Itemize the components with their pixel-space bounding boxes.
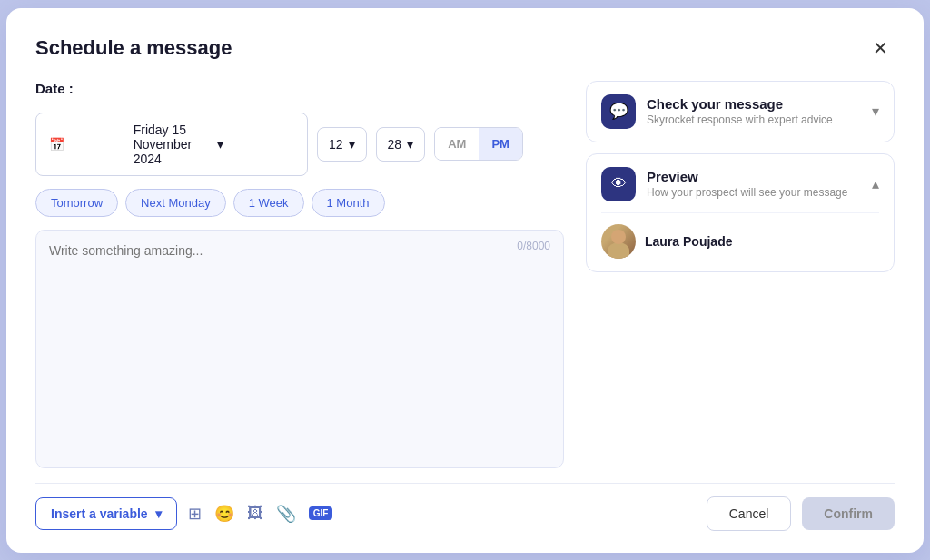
chevron-down-icon: ▾ — [217, 137, 294, 152]
preview-title: Preview — [647, 169, 847, 184]
am-button[interactable]: AM — [435, 128, 479, 160]
hour-chevron-icon: ▾ — [349, 137, 355, 152]
check-message-subtitle: Skyrocket response with expert advice — [647, 113, 833, 126]
message-input[interactable] — [49, 243, 550, 455]
message-area-wrapper: 0/8000 — [35, 230, 564, 468]
image-icon[interactable]: 🖼 — [247, 504, 263, 523]
preview-user-row: Laura Poujade — [601, 212, 879, 259]
check-message-title: Check your message — [647, 96, 833, 112]
attachment-icon[interactable]: 📎 — [276, 504, 296, 524]
modal-overlay: Schedule a message ✕ Date : 📅 Friday 15 … — [0, 0, 930, 560]
footer-left: Insert a variable ▾ ⊞ 😊 🖼 📎 GIF — [35, 497, 332, 530]
modal-title: Schedule a message — [35, 36, 232, 60]
preview-icon: 👁 — [601, 167, 636, 201]
preview-text: Preview How your prospect will see your … — [647, 169, 847, 199]
right-panel: 💬 Check your message Skyrocket response … — [586, 81, 895, 468]
quick-date-tomorrow[interactable]: Tomorrow — [35, 189, 118, 217]
quick-date-next-monday[interactable]: Next Monday — [125, 189, 226, 217]
eye-glyph: 👁 — [611, 175, 627, 193]
minute-chevron-icon: ▾ — [407, 137, 413, 152]
schedule-modal: Schedule a message ✕ Date : 📅 Friday 15 … — [6, 8, 924, 553]
message-check-glyph: 💬 — [609, 102, 628, 121]
check-message-card[interactable]: 💬 Check your message Skyrocket response … — [586, 81, 895, 142]
preview-subtitle: How your prospect will see your message — [647, 186, 847, 199]
modal-footer: Insert a variable ▾ ⊞ 😊 🖼 📎 GIF Cancel C… — [35, 483, 895, 531]
insert-variable-label: Insert a variable — [51, 506, 148, 521]
left-panel: Date : 📅 Friday 15 November 2024 ▾ 12 ▾ … — [35, 81, 564, 468]
pm-button[interactable]: PM — [479, 128, 522, 160]
emoji-icon[interactable]: 😊 — [214, 504, 234, 524]
preview-user-name: Laura Poujade — [645, 234, 732, 249]
preview-card[interactable]: 👁 Preview How your prospect will see you… — [586, 153, 895, 272]
quick-date-1-week[interactable]: 1 Week — [233, 189, 304, 217]
date-row: 📅 Friday 15 November 2024 ▾ 12 ▾ 28 ▾ AM — [35, 113, 564, 176]
check-message-header: 💬 Check your message Skyrocket response … — [601, 94, 879, 129]
check-message-chevron-icon: ▾ — [872, 103, 879, 120]
insert-variable-chevron-icon: ▾ — [155, 506, 162, 521]
close-icon: ✕ — [873, 37, 888, 59]
preview-left: 👁 Preview How your prospect will see you… — [601, 167, 847, 201]
char-count: 0/8000 — [517, 240, 550, 252]
date-picker[interactable]: 📅 Friday 15 November 2024 ▾ — [35, 113, 308, 176]
hour-select[interactable]: 12 ▾ — [317, 127, 367, 162]
date-label: Date : — [35, 81, 564, 96]
check-message-icon: 💬 — [601, 94, 636, 129]
toolbar-icons: ⊞ 😊 🖼 📎 GIF — [188, 504, 333, 524]
insert-variable-button[interactable]: Insert a variable ▾ — [35, 497, 177, 530]
minute-select[interactable]: 28 ▾ — [376, 127, 426, 162]
modal-header: Schedule a message ✕ — [35, 34, 895, 63]
cancel-button[interactable]: Cancel — [707, 496, 792, 531]
quick-date-1-month[interactable]: 1 Month — [312, 189, 385, 217]
avatar — [601, 224, 636, 259]
template-icon[interactable]: ⊞ — [188, 504, 202, 524]
hour-value: 12 — [329, 137, 343, 152]
confirm-button[interactable]: Confirm — [802, 497, 895, 530]
am-pm-toggle: AM PM — [434, 127, 523, 161]
modal-body: Date : 📅 Friday 15 November 2024 ▾ 12 ▾ … — [35, 81, 895, 468]
footer-right: Cancel Confirm — [707, 496, 895, 531]
calendar-icon: 📅 — [49, 137, 126, 152]
check-message-left: 💬 Check your message Skyrocket response … — [601, 94, 833, 129]
quick-dates: Tomorrow Next Monday 1 Week 1 Month — [35, 189, 564, 217]
date-value: Friday 15 November 2024 — [134, 123, 211, 166]
check-message-text: Check your message Skyrocket response wi… — [647, 96, 833, 126]
minute-value: 28 — [388, 137, 402, 152]
close-button[interactable]: ✕ — [866, 34, 895, 63]
preview-chevron-icon: ▴ — [872, 175, 879, 192]
preview-header: 👁 Preview How your prospect will see you… — [601, 167, 879, 201]
gif-icon[interactable]: GIF — [309, 506, 333, 520]
